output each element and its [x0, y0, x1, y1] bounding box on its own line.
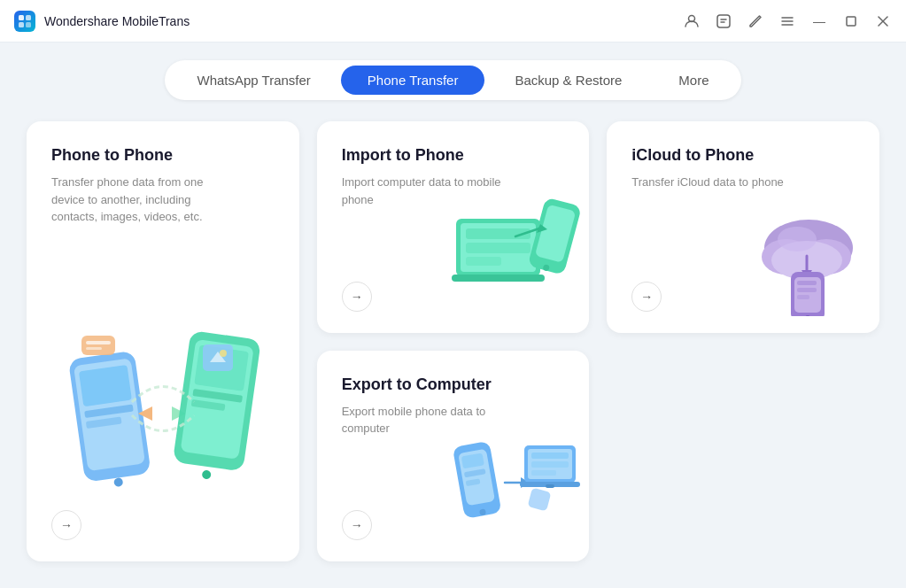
svg-rect-29	[86, 341, 111, 344]
card-icloud-to-phone[interactable]: iCloud to Phone Transfer iCloud data to …	[607, 121, 879, 333]
phone-to-phone-arrow[interactable]: →	[51, 510, 81, 540]
card-import-to-phone[interactable]: Import to Phone Import computer data to …	[317, 121, 590, 333]
tab-phone-transfer[interactable]: Phone Transfer	[341, 66, 485, 95]
icloud-to-phone-arrow[interactable]: →	[631, 282, 662, 312]
title-bar: Wondershare MobileTrans	[0, 0, 906, 43]
main-content: WhatsApp Transfer Phone Transfer Backup …	[0, 43, 906, 588]
import-to-phone-illustration	[452, 197, 580, 312]
card-title: iCloud to Phone	[631, 146, 855, 165]
export-to-computer-illustration	[452, 429, 585, 549]
svg-rect-17	[79, 365, 132, 406]
card-phone-to-phone[interactable]: Phone to Phone Transfer phone data from …	[27, 121, 299, 561]
card-title: Export to Computer	[342, 375, 565, 394]
svg-rect-11	[847, 17, 856, 26]
card-desc: Transfer iCloud data to phone	[631, 174, 791, 191]
edit-icon[interactable]	[747, 12, 764, 30]
svg-rect-55	[797, 288, 817, 292]
notification-icon[interactable]	[715, 12, 732, 30]
card-title: Import to Phone	[342, 146, 565, 165]
svg-rect-41	[535, 204, 576, 262]
menu-icon[interactable]	[778, 12, 796, 30]
svg-point-48	[778, 227, 817, 251]
svg-rect-28	[81, 336, 115, 355]
maximize-button[interactable]	[842, 12, 860, 30]
app-icon	[14, 11, 35, 32]
svg-rect-71	[531, 470, 556, 476]
svg-rect-1	[26, 15, 31, 20]
svg-rect-30	[86, 347, 102, 350]
nav-tabs-inner: WhatsApp Transfer Phone Transfer Backup …	[165, 60, 740, 100]
minimize-button[interactable]: —	[810, 12, 828, 30]
svg-rect-36	[452, 275, 545, 282]
svg-rect-39	[466, 257, 501, 266]
export-to-computer-arrow[interactable]: →	[342, 510, 372, 540]
title-bar-left: Wondershare MobileTrans	[14, 11, 190, 32]
svg-rect-69	[531, 453, 569, 459]
tab-backup-restore[interactable]: Backup & Restore	[488, 66, 648, 95]
phone-to-phone-illustration	[57, 318, 269, 513]
svg-rect-68	[546, 484, 554, 488]
icloud-to-phone-illustration	[747, 201, 875, 316]
card-desc: Transfer phone data from one device to a…	[51, 174, 211, 226]
svg-rect-56	[797, 295, 809, 299]
svg-rect-2	[19, 22, 24, 27]
profile-icon[interactable]	[683, 12, 701, 30]
svg-rect-72	[528, 488, 552, 512]
svg-rect-54	[797, 281, 817, 285]
svg-rect-38	[466, 243, 530, 253]
tab-more[interactable]: More	[652, 66, 735, 95]
svg-rect-0	[19, 15, 24, 20]
cards-grid: Phone to Phone Transfer phone data from …	[27, 121, 879, 561]
svg-point-16	[113, 477, 123, 487]
card-title: Phone to Phone	[51, 146, 275, 165]
svg-point-33	[220, 350, 227, 357]
tab-whatsapp-transfer[interactable]: WhatsApp Transfer	[170, 66, 337, 95]
svg-rect-3	[26, 22, 31, 27]
card-export-to-computer[interactable]: Export to Computer Export mobile phone d…	[317, 351, 590, 562]
window-controls: —	[683, 12, 892, 30]
svg-rect-70	[531, 461, 569, 468]
app-title: Wondershare MobileTrans	[44, 14, 190, 28]
close-button[interactable]	[874, 12, 892, 30]
svg-rect-5	[717, 15, 730, 27]
import-to-phone-arrow[interactable]: →	[342, 282, 372, 312]
svg-point-24	[201, 469, 211, 479]
nav-tabs: WhatsApp Transfer Phone Transfer Backup …	[27, 43, 879, 121]
